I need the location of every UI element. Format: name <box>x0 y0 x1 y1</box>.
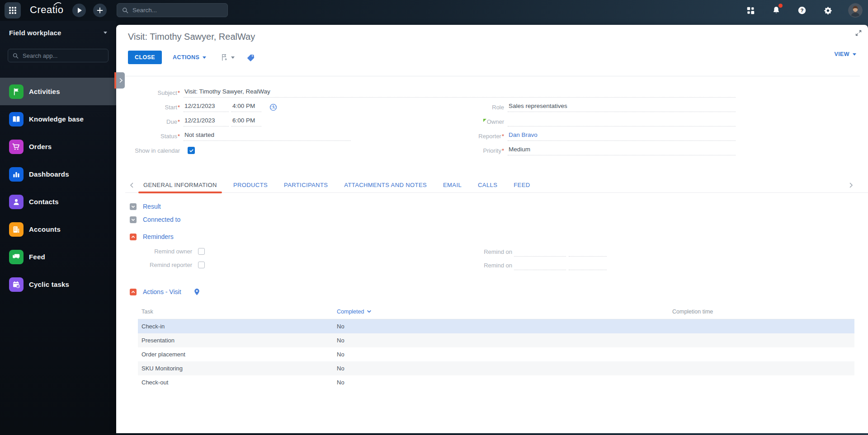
expand-window-button[interactable] <box>855 30 862 37</box>
expand-side-panel-button[interactable] <box>116 72 125 89</box>
timezone-clock-button[interactable] <box>269 103 278 112</box>
remind-reporter-checkbox[interactable] <box>198 262 205 268</box>
priority-field[interactable]: Medium <box>508 146 736 155</box>
status-field[interactable]: Not started <box>184 131 351 141</box>
actions-button[interactable]: ACTIONS <box>173 54 206 61</box>
required-mark: * <box>178 118 180 125</box>
cell-task: SKU Monitoring <box>138 365 333 372</box>
sidebar: Field workplace Activities Knowledge bas… <box>0 21 116 435</box>
due-time-input[interactable]: 6:00 PM <box>231 117 261 126</box>
tab[interactable]: CALLS <box>478 178 497 193</box>
tab[interactable]: FEED <box>514 178 530 193</box>
sidebar-item[interactable]: Knowledge base <box>0 105 116 133</box>
follow-flag-button[interactable] <box>220 53 235 62</box>
remind-owner-checkbox[interactable] <box>198 248 205 255</box>
due-date-input[interactable]: 12/21/2023 <box>184 117 229 126</box>
play-icon <box>78 8 82 13</box>
tabs-scroll-left-button[interactable] <box>128 182 135 189</box>
expand-result-button[interactable] <box>130 203 137 210</box>
remind-on-reporter-time-input[interactable] <box>569 261 607 270</box>
section-actions-visit-label[interactable]: Actions - Visit <box>143 288 181 295</box>
sidebar-item[interactable]: Contacts <box>0 188 116 215</box>
tab[interactable]: EMAIL <box>443 178 462 193</box>
column-completed-label: Completed <box>337 309 364 315</box>
chevron-right-icon <box>118 78 123 83</box>
column-completion-time[interactable]: Completion time <box>669 309 854 315</box>
section-result-label[interactable]: Result <box>143 203 161 210</box>
tab[interactable]: ATTACHMENTS AND NOTES <box>344 178 427 193</box>
remind-on-owner-date-input[interactable] <box>514 248 566 257</box>
tabs-scroll-right-button[interactable] <box>847 182 854 189</box>
remind-on-owner-time-input[interactable] <box>569 248 607 257</box>
close-button[interactable]: CLOSE <box>128 51 162 64</box>
section-reminders: Reminders <box>130 233 174 240</box>
map-pin-button[interactable] <box>193 288 201 296</box>
tags-button[interactable] <box>246 53 255 62</box>
section-reminders-label[interactable]: Reminders <box>143 233 174 240</box>
app-launcher-button[interactable] <box>5 2 21 19</box>
start-time-input[interactable]: 4:00 PM <box>231 103 261 112</box>
record-header-form: Subject* Visit: Timothy Sawyer, RealWay … <box>125 76 860 158</box>
table-row[interactable]: Check-in No <box>138 319 854 333</box>
help-button[interactable]: ? <box>797 5 807 16</box>
section-connected-to: Connected to <box>130 216 180 223</box>
sidebar-item[interactable]: Accounts <box>0 215 116 243</box>
sidebar-item[interactable]: Cyclic tasks <box>0 271 116 298</box>
owner-field[interactable] <box>508 117 736 126</box>
record-page: Visit: Timothy Sawyer, RealWay CLOSE ACT… <box>116 25 868 433</box>
topbar-right-icons: ? <box>745 0 863 21</box>
global-search-input[interactable] <box>132 7 223 14</box>
sidebar-item[interactable]: Dashboards <box>0 160 116 188</box>
chevron-up-icon <box>131 234 136 239</box>
start-date-input[interactable]: 12/21/2023 <box>184 103 229 112</box>
sidebar-item[interactable]: Orders <box>0 133 116 160</box>
workplace-selector[interactable]: Field workplace <box>0 26 116 39</box>
chevron-down-icon <box>104 32 107 34</box>
due-label: Due* <box>125 118 180 125</box>
marketplace-apps-button[interactable] <box>745 5 756 16</box>
subject-input[interactable]: Visit: Timothy Sawyer, RealWay <box>184 88 736 98</box>
column-task[interactable]: Task <box>138 309 333 315</box>
settings-button[interactable] <box>822 5 833 16</box>
avatar-photo <box>848 3 863 18</box>
show-in-calendar-label: Show in calendar <box>125 147 180 154</box>
table-row[interactable]: Order placement No <box>138 347 854 361</box>
person-icon <box>9 195 24 209</box>
view-button[interactable]: VIEW <box>834 51 856 57</box>
remind-owner-row: Remind owner <box>130 248 205 255</box>
tab[interactable]: PRODUCTS <box>233 178 268 193</box>
user-avatar[interactable] <box>848 3 863 18</box>
tab[interactable]: GENERAL INFORMATION <box>143 178 217 193</box>
required-mark: * <box>178 104 180 111</box>
cell-task: Check-in <box>138 323 333 330</box>
table-row[interactable]: SKU Monitoring No <box>138 361 854 375</box>
sidebar-item[interactable]: Feed <box>0 243 116 271</box>
app-search[interactable] <box>8 49 108 62</box>
table-row[interactable]: Presentation No <box>138 333 854 347</box>
remind-on-label: Remind on <box>455 262 512 270</box>
reporter-link[interactable]: Dan Bravo <box>508 131 736 141</box>
collapse-reminders-button[interactable] <box>130 234 137 240</box>
sidebar-item[interactable]: Activities <box>0 78 116 105</box>
sidebar-item-label: Accounts <box>29 225 61 233</box>
show-in-calendar-checkbox[interactable] <box>188 147 195 154</box>
remind-on-reporter-date-input[interactable] <box>514 261 566 270</box>
role-field[interactable]: Sales representatives <box>508 103 736 112</box>
flag-plus-icon <box>220 53 229 62</box>
expand-connected-to-button[interactable] <box>130 216 137 223</box>
run-process-button[interactable] <box>72 4 86 17</box>
chevron-up-icon <box>131 290 136 295</box>
tab[interactable]: PARTICIPANTS <box>284 178 328 193</box>
section-connected-to-label[interactable]: Connected to <box>143 216 180 223</box>
global-search[interactable] <box>117 3 228 17</box>
active-tab-underline <box>138 192 222 193</box>
toolbar: CLOSE ACTIONS <box>128 50 255 65</box>
collapse-actions-visit-button[interactable] <box>130 289 137 295</box>
app-search-input[interactable] <box>23 52 104 59</box>
quick-add-button[interactable] <box>93 4 107 17</box>
notifications-button[interactable] <box>771 5 782 16</box>
table-row[interactable]: Check-out No <box>138 375 854 389</box>
search-icon <box>122 7 129 14</box>
column-completed[interactable]: Completed <box>333 309 669 315</box>
chevron-down-icon <box>203 56 206 59</box>
